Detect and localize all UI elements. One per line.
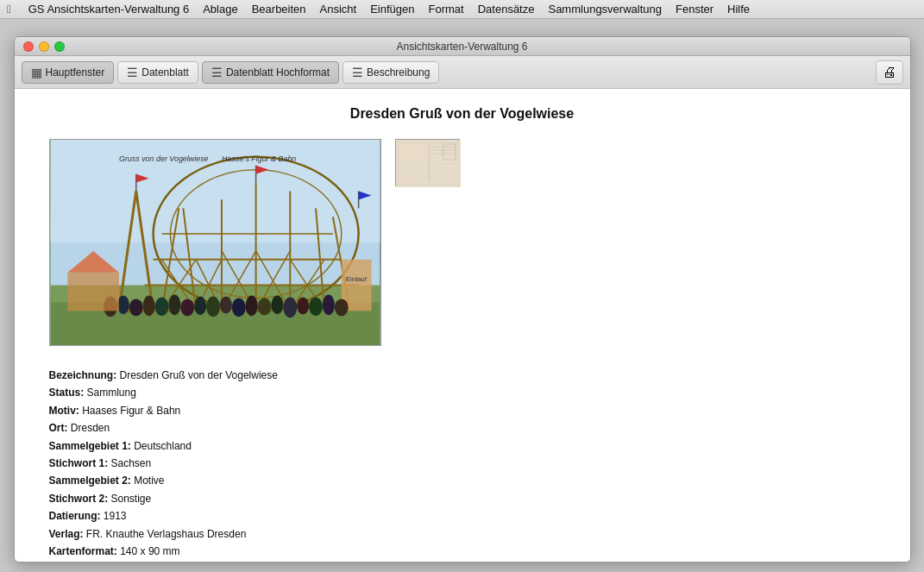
svg-point-54 <box>309 297 323 316</box>
svg-point-56 <box>334 299 348 316</box>
content-area: Dresden Gruß von der Vogelwiese <box>15 89 910 562</box>
maximize-button[interactable] <box>54 41 65 52</box>
close-button[interactable] <box>23 41 34 52</box>
mac-menubar:  GS Ansichtskarten-Verwaltung 6 Ablage … <box>0 0 924 19</box>
svg-text:Haase's Figur & Bahn: Haase's Figur & Bahn <box>221 154 295 163</box>
detail-label: Sammelgebiet 1: <box>49 440 135 452</box>
print-icon: 🖨 <box>883 65 896 80</box>
svg-point-52 <box>283 297 297 317</box>
detail-label: Datierung: <box>49 510 104 522</box>
svg-point-43 <box>168 294 180 315</box>
svg-point-45 <box>194 296 206 315</box>
detail-row: Motiv: Haases Figur & Bahn <box>49 402 876 419</box>
datenblatt-hochformat-label: Datenblatt Hochformat <box>226 66 330 79</box>
datenblatt-label: Datenblatt <box>141 66 189 79</box>
svg-point-46 <box>206 296 220 317</box>
details-section: Bezeichnung: Dresden Gruß von der Vogelw… <box>49 367 876 562</box>
detail-label: Bezeichnung: <box>49 369 120 381</box>
detail-value: Sachsen <box>111 457 152 469</box>
hauptfenster-label: Hauptfenster <box>46 66 105 79</box>
detail-value: Dresden <box>71 422 110 434</box>
svg-point-40 <box>129 299 142 316</box>
print-button[interactable]: 🖨 <box>876 60 903 85</box>
menu-format[interactable]: Format <box>422 3 471 16</box>
svg-point-41 <box>142 295 154 316</box>
hauptfenster-icon: ▦ <box>31 66 42 79</box>
menu-hilfe[interactable]: Hilfe <box>720 3 757 16</box>
svg-rect-57 <box>67 273 119 311</box>
detail-value: FR. Knauthe Verlagshaus Dresden <box>86 528 246 540</box>
svg-point-49 <box>245 295 257 316</box>
svg-text:Gruss von der Vogelwiese: Gruss von der Vogelwiese <box>118 154 208 163</box>
detail-row: Stichwort 2: Sonstige <box>49 490 876 507</box>
detail-label: Motiv: <box>49 405 83 417</box>
detail-row: Stichwort 1: Sachsen <box>49 455 876 472</box>
detail-value: Sonstige <box>111 493 152 505</box>
detail-label: Stichwort 1: <box>49 457 111 469</box>
svg-point-42 <box>154 297 168 316</box>
detail-row: Ort: Dresden <box>49 419 876 437</box>
detail-row: Bezeichnung: Dresden Gruß von der Vogelw… <box>49 367 876 384</box>
menu-einfuegen[interactable]: Einfügen <box>363 3 421 16</box>
apple-logo[interactable]:  <box>7 3 11 16</box>
page-title: Dresden Gruß von der Vogelwiese <box>49 106 876 122</box>
traffic-lights <box>23 41 65 52</box>
menu-fenster[interactable]: Fenster <box>669 3 720 16</box>
detail-label: Sammelgebiet 2: <box>49 475 135 487</box>
detail-label: Ort: <box>49 422 71 434</box>
detail-label: Verlag: <box>49 528 86 540</box>
hauptfenster-button[interactable]: ▦ Hauptfenster <box>22 61 115 84</box>
detail-row: Kartenformat: 140 x 90 mm <box>49 543 876 560</box>
window-titlebar: Ansichtskarten-Verwaltung 6 <box>15 37 910 56</box>
beschreibung-label: Beschreibung <box>367 66 430 79</box>
menu-sammlungsverwaltung[interactable]: Sammlungsverwaltung <box>541 3 669 16</box>
minimize-button[interactable] <box>39 41 49 52</box>
svg-point-55 <box>322 294 334 315</box>
detail-value: Sammlung <box>87 387 136 399</box>
svg-point-48 <box>231 298 245 317</box>
datenblatt-hochformat-button[interactable]: ☰ Datenblatt Hochformat <box>202 61 339 84</box>
detail-value: Motive <box>134 475 164 487</box>
detail-row: Sammelgebiet 2: Motive <box>49 472 876 489</box>
datenblatt-hochformat-icon: ☰ <box>211 66 223 79</box>
images-row: Einlauf <box>49 139 876 346</box>
svg-point-53 <box>297 297 309 314</box>
detail-value: 140 x 90 mm <box>120 545 179 557</box>
svg-rect-1 <box>50 140 380 242</box>
detail-row: Erhaltungszustand: durchschnittlich <box>49 560 876 562</box>
detail-row: Verlag: FR. Knauthe Verlagshaus Dresden <box>49 525 876 543</box>
svg-point-51 <box>271 295 283 314</box>
detail-label: Status: <box>49 387 87 399</box>
beschreibung-icon: ☰ <box>352 66 363 79</box>
detail-row: Datierung: 1913 <box>49 507 876 525</box>
window-title: Ansichtskarten-Verwaltung 6 <box>396 41 527 53</box>
datenblatt-button[interactable]: ☰ Datenblatt <box>117 61 198 84</box>
menu-ansicht[interactable]: Ansicht <box>313 3 364 16</box>
beschreibung-button[interactable]: ☰ Beschreibung <box>343 61 439 84</box>
main-window: Ansichtskarten-Verwaltung 6 ▦ Hauptfenst… <box>14 36 911 563</box>
toolbar: ▦ Hauptfenster ☰ Datenblatt ☰ Datenblatt… <box>15 56 910 89</box>
svg-point-44 <box>180 299 194 316</box>
menu-bar: GS Ansichtskarten-Verwaltung 6 Ablage Be… <box>22 3 757 16</box>
detail-label: Stichwort 2: <box>49 493 111 505</box>
detail-value: Dresden Gruß von der Vogelwiese <box>120 369 278 381</box>
menu-bearbeiten[interactable]: Bearbeiten <box>245 3 313 16</box>
detail-value: Haases Figur & Bahn <box>82 405 180 417</box>
detail-value: Deutschland <box>134 440 192 452</box>
menu-ablage[interactable]: Ablage <box>196 3 244 16</box>
postcard-thumbnail <box>395 139 460 186</box>
detail-label: Kartenformat: <box>49 545 121 557</box>
svg-text:Einlauf: Einlauf <box>345 275 367 283</box>
menu-app-name[interactable]: GS Ansichtskarten-Verwaltung 6 <box>22 3 196 16</box>
main-postcard-image: Einlauf <box>49 139 381 346</box>
datenblatt-icon: ☰ <box>127 66 138 79</box>
svg-point-39 <box>116 295 129 314</box>
detail-row: Status: Sammlung <box>49 384 876 401</box>
menu-datensaetze[interactable]: Datensätze <box>471 3 542 16</box>
detail-value: 1913 <box>104 510 127 522</box>
svg-point-47 <box>219 296 231 313</box>
svg-point-50 <box>257 298 271 315</box>
detail-row: Sammelgebiet 1: Deutschland <box>49 437 876 455</box>
